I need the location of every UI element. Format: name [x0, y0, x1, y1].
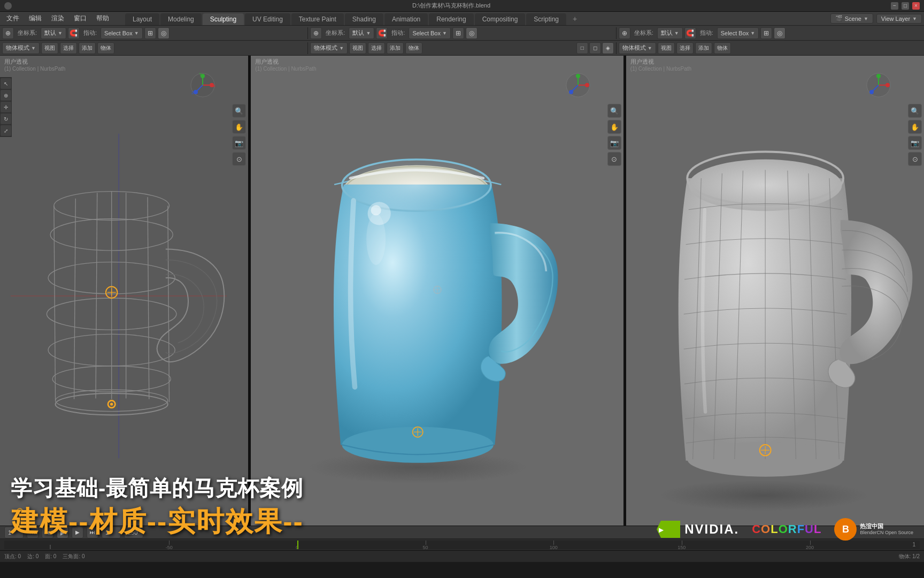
select-menu-3[interactable]: 选择 [676, 42, 694, 54]
window-title: D:\创作素材\马克杯制作.blend [12, 2, 891, 10]
select-box-2[interactable]: Select Box ▼ [409, 27, 451, 39]
svg-text:Z: Z [191, 90, 194, 95]
minimize-button[interactable]: − [891, 2, 898, 10]
object-menu-2[interactable]: 物体 [405, 42, 422, 54]
cursor-tool-1[interactable]: ⊕ [1, 90, 11, 101]
tab-compositing[interactable]: Compositing [475, 13, 526, 25]
axis-gizmo-left: X Y Z [189, 72, 216, 98]
mode-select-1[interactable]: 物体模式 ▼ [2, 42, 40, 54]
frame-end-input[interactable]: 250 [124, 527, 143, 538]
move-label-1: 指动: [81, 29, 99, 37]
prev-frame-button[interactable]: ◀ [42, 527, 53, 538]
menu-file[interactable]: 文件 [2, 13, 24, 24]
transform-icon-1[interactable]: ⊕ [2, 27, 14, 39]
select-box-1[interactable]: Select Box ▼ [101, 27, 143, 39]
frame-start-input[interactable]: 1 [4, 527, 24, 538]
menu-edit[interactable]: 编辑 [25, 13, 46, 24]
origin-dot-left [16, 507, 24, 515]
tab-shading[interactable]: Shading [345, 13, 383, 25]
titlebar: D:\创作素材\马克杯制作.blend − □ × [0, 0, 924, 12]
status-objects: 物体: 1/2 [899, 553, 920, 560]
coord-select-1[interactable]: 默认 ▼ [41, 27, 66, 39]
fullscreen-icon-1[interactable]: ⊞ [144, 27, 156, 39]
tab-rendering[interactable]: Rendering [429, 13, 473, 25]
jump-start-button[interactable]: ⏮ [27, 527, 38, 538]
overlay-icon-3[interactable]: ◎ [774, 27, 786, 39]
view-layer-selector[interactable]: View Layer ▼ [876, 14, 922, 24]
close-button[interactable]: × [912, 2, 920, 10]
rotate-tool-1[interactable]: ↻ [1, 113, 11, 124]
add-menu-1[interactable]: 添加 [79, 42, 96, 54]
play-button[interactable]: ▶ [57, 527, 68, 538]
scene-icon: 🎬 [835, 15, 843, 22]
select-menu-1[interactable]: 选择 [60, 42, 77, 54]
tab-layout[interactable]: Layout [125, 13, 159, 25]
maximize-button[interactable]: □ [902, 2, 909, 10]
view-menu-2[interactable]: 视图 [349, 42, 366, 54]
object-menu-1[interactable]: 物体 [97, 42, 114, 54]
select-menu-2[interactable]: 选择 [368, 42, 385, 54]
coord-label-2: 坐标系: [324, 29, 347, 37]
pan-icon-1[interactable]: ✋ [232, 120, 246, 134]
ortho-icon-1[interactable]: ⊙ [232, 152, 246, 166]
coord-select-3[interactable]: 默认 ▼ [657, 27, 683, 39]
orbit-icon-1[interactable]: 📷 [232, 136, 246, 150]
window-icon [4, 2, 12, 10]
tab-uv-editing[interactable]: UV Editing [245, 13, 290, 25]
svg-point-28 [110, 402, 113, 405]
viewport-right: 用户透视 (1) Collection | NurbsPath 🔍 ✋ 📷 ⊙ [626, 56, 924, 526]
tab-texture-paint[interactable]: Texture Paint [291, 13, 344, 25]
breadcrumb-right: 用户透视 (1) Collection | NurbsPath [630, 58, 691, 72]
svg-text:X: X [213, 83, 216, 88]
timeline-controls: 1 ⏮ ◀ ▶ ▶ ⏭ 1 250 [0, 526, 924, 539]
current-frame-input[interactable]: 1 [102, 527, 121, 538]
next-frame-button[interactable]: ▶ [72, 527, 83, 538]
toolbar-row-2: 物体模式 ▼ 视图 选择 添加 物体 物体模式 ▼ 视图 选择 添加 物体 □ … [0, 41, 924, 56]
timeline-track[interactable]: -100 -50 0 50 100 150 [0, 539, 924, 550]
coord-label-1: 坐标系: [16, 29, 39, 37]
scale-tool-1[interactable]: ⤢ [1, 125, 11, 136]
axis-gizmo-right [865, 72, 892, 98]
transform-icon-2[interactable]: ⊕ [310, 27, 322, 39]
breadcrumb-left: 用户透视 (1) Collection | NurbsPath [4, 58, 65, 72]
add-workspace-button[interactable]: + [567, 12, 582, 25]
add-menu-3[interactable]: 添加 [695, 42, 712, 54]
jump-end-button[interactable]: ⏭ [87, 527, 98, 538]
scene-selector[interactable]: 🎬 Scene ▼ [830, 13, 873, 24]
tab-animation[interactable]: Animation [384, 13, 428, 25]
zoom-icon-1[interactable]: 🔍 [232, 104, 246, 118]
tab-sculpting[interactable]: Sculpting [203, 13, 244, 25]
playhead[interactable] [297, 541, 298, 549]
collection-center: (1) Collection | NurbsPath [255, 66, 316, 72]
tick-100: -100 [50, 545, 50, 549]
overlay-icon-2[interactable]: ◎ [466, 27, 478, 39]
tab-scripting[interactable]: Scripting [526, 13, 566, 25]
object-menu-3[interactable]: 物体 [714, 42, 731, 54]
display-render[interactable]: ◈ [602, 42, 614, 54]
mode-select-2[interactable]: 物体模式 ▼ [310, 42, 348, 54]
tab-modeling[interactable]: Modeling [160, 13, 202, 25]
snap-icon-1[interactable]: 🧲 [68, 27, 80, 39]
fullscreen-icon-2[interactable]: ⊞ [452, 27, 464, 39]
move-tool-1[interactable]: ✛ [1, 102, 11, 112]
coord-select-2[interactable]: 默认 ▼ [349, 27, 374, 39]
view-menu-3[interactable]: 视图 [658, 42, 675, 54]
overlay-icon-1[interactable]: ◎ [158, 27, 170, 39]
mode-select-3[interactable]: 物体模式 ▼ [619, 42, 656, 54]
fullscreen-icon-3[interactable]: ⊞ [760, 27, 772, 39]
display-solid[interactable]: ◻ [589, 42, 601, 54]
snap-icon-2[interactable]: 🧲 [376, 27, 388, 39]
select-tool-1[interactable]: ↖ [1, 78, 11, 89]
viewport-left: 用户透视 (1) Collection | NurbsPath ↖ ⊕ ✛ ↻ … [0, 56, 249, 526]
svg-point-40 [569, 90, 573, 94]
menu-window[interactable]: 窗口 [70, 13, 91, 24]
add-menu-2[interactable]: 添加 [387, 42, 404, 54]
select-box-3[interactable]: Select Box ▼ [717, 27, 759, 39]
menu-help[interactable]: 帮助 [92, 13, 113, 24]
view-menu-1[interactable]: 视图 [41, 42, 58, 54]
transform-icon-3[interactable]: ⊕ [619, 27, 630, 39]
menu-render[interactable]: 渲染 [47, 13, 68, 24]
viewport-center: 用户透视 (1) Collection | NurbsPath 🔍 ✋ 📷 ⊙ [251, 56, 624, 526]
snap-icon-3[interactable]: 🧲 [684, 27, 696, 39]
display-wire[interactable]: □ [576, 42, 588, 54]
